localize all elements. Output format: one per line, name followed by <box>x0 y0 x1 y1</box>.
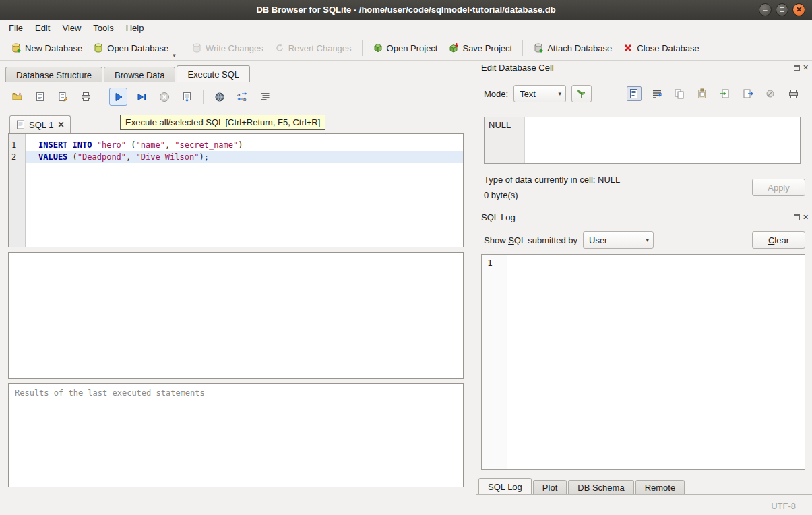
execute-tooltip: Execute all/selected SQL [Ctrl+Return, F… <box>120 115 325 130</box>
bottom-tab-bar: SQL Log Plot DB Schema Remote <box>478 478 686 495</box>
code-token-plain: ( <box>126 140 135 150</box>
tab-execute-sql[interactable]: Execute SQL <box>177 65 250 82</box>
tab-browse-data[interactable]: Browse Data <box>104 67 175 82</box>
write-changes-button[interactable]: Write Changes <box>186 40 269 56</box>
menubar: File Edit View Tools Help <box>0 21 812 36</box>
editor-code-area[interactable]: INSERT INTO "hero" ("name", "secret_name… <box>26 134 463 247</box>
close-panel-icon[interactable]: ✕ <box>803 64 809 71</box>
float-panel-icon[interactable] <box>794 65 800 71</box>
apply-button[interactable]: Apply <box>752 179 805 196</box>
log-filter-combobox[interactable]: User ▾ <box>583 231 654 249</box>
copy-cell-button[interactable] <box>673 86 687 101</box>
sql-editor[interactable]: 12 INSERT INTO "hero" ("name", "secret_n… <box>8 133 464 247</box>
save-sql-as-button[interactable] <box>54 88 72 106</box>
word-wrap-button[interactable] <box>650 86 664 101</box>
close-button[interactable]: ✕ <box>792 3 805 16</box>
code-token-keyword: VALUES <box>38 152 67 162</box>
menu-tools[interactable]: Tools <box>87 21 119 36</box>
revert-changes-button[interactable]: Revert Changes <box>269 40 357 56</box>
tab-db-schema[interactable]: DB Schema <box>568 480 633 495</box>
log-line-number-gutter: 1 <box>482 255 507 469</box>
main-tab-bar: Database Structure Browse Data Execute S… <box>5 65 251 82</box>
code-token-plain: , <box>126 152 135 162</box>
set-null-button[interactable] <box>763 86 778 101</box>
attach-database-icon <box>533 42 544 53</box>
auto-switch-mode-button[interactable] <box>571 85 592 102</box>
code-token-plain <box>92 140 96 150</box>
menu-edit[interactable]: Edit <box>29 21 56 36</box>
code-token-plain: ); <box>199 152 208 162</box>
open-database-dropdown-arrow[interactable]: ▾ <box>173 52 176 60</box>
print-sql-button[interactable] <box>77 88 95 106</box>
log-content-area[interactable] <box>507 255 805 469</box>
results-grid[interactable] <box>8 252 464 379</box>
maximize-icon <box>780 7 784 12</box>
tab-remote[interactable]: Remote <box>635 480 685 495</box>
save-results-icon <box>181 91 193 102</box>
code-line[interactable]: INSERT INTO "hero" ("name", "secret_name… <box>26 139 463 151</box>
main-toolbar: New Database Open Database ▾ Write Chang… <box>0 36 812 61</box>
menu-help-mnemonic: H <box>126 23 132 33</box>
tab-plot[interactable]: Plot <box>533 480 567 495</box>
new-database-button[interactable]: New Database <box>5 40 88 56</box>
format-sql-button[interactable] <box>256 88 274 106</box>
execute-line-button[interactable] <box>132 88 150 106</box>
sql-document-tab[interactable]: SQL 1 ✕ <box>9 115 71 133</box>
edit-cell-dock-controls: ✕ <box>794 64 809 71</box>
close-database-button[interactable]: Close Database <box>617 40 705 56</box>
cell-type-info: Type of data currently in cell: NULL <box>484 175 620 185</box>
titlebar[interactable]: DB Browser for SQLite - /home/user/code/… <box>0 0 812 20</box>
editor-line-number-gutter: 12 <box>9 134 26 247</box>
save-sql-file-button[interactable] <box>31 88 49 106</box>
menu-help[interactable]: Help <box>120 21 150 36</box>
open-sql-log-button[interactable] <box>210 88 228 106</box>
close-database-label: Close Database <box>637 43 699 53</box>
save-sql-as-icon <box>57 91 69 102</box>
toolbar-separator <box>181 40 181 56</box>
close-panel-icon[interactable]: ✕ <box>803 214 809 221</box>
code-line[interactable]: VALUES ("Deadpond", "Dive Wilson"); <box>26 151 463 163</box>
revert-changes-label: Revert Changes <box>288 43 352 53</box>
paste-cell-button[interactable] <box>695 86 710 101</box>
open-project-button[interactable]: Open Project <box>367 40 443 56</box>
cell-value-text: NULL <box>489 120 511 130</box>
text-view-button[interactable] <box>627 86 642 101</box>
float-panel-icon[interactable] <box>794 214 800 220</box>
svg-text:b: b <box>243 96 247 102</box>
menu-view-mnemonic: V <box>62 23 67 33</box>
sql-log-view[interactable]: 1 <box>481 254 805 470</box>
sql-tab-close-icon[interactable]: ✕ <box>57 120 64 129</box>
maximize-button[interactable] <box>776 3 788 16</box>
tab-database-structure[interactable]: Database Structure <box>5 67 102 82</box>
mode-combobox[interactable]: Text ▾ <box>513 85 566 102</box>
execute-all-button[interactable] <box>109 88 127 106</box>
toolbar-separator <box>362 40 363 56</box>
find-replace-button[interactable]: ab <box>233 88 251 106</box>
export-cell-data-button[interactable] <box>741 86 755 101</box>
attach-database-button[interactable]: Attach Database <box>528 40 617 56</box>
cell-value-editor[interactable]: NULL <box>484 117 801 164</box>
cell-edit-area[interactable] <box>525 117 800 163</box>
mode-value: Text <box>520 89 551 99</box>
stop-execution-button[interactable] <box>155 88 173 106</box>
menu-file[interactable]: File <box>3 21 29 36</box>
open-sql-file-button[interactable] <box>8 88 26 106</box>
tab-sql-log[interactable]: SQL Log <box>478 478 532 495</box>
open-database-button[interactable]: Open Database <box>88 40 174 56</box>
minimize-button[interactable]: – <box>759 3 772 16</box>
code-token-string: "secret_name" <box>175 140 238 150</box>
print-cell-button[interactable] <box>786 86 801 101</box>
toolbar-separator <box>522 40 523 56</box>
clear-log-button[interactable]: Clear <box>752 231 805 249</box>
open-database-label: Open Database <box>107 43 168 53</box>
messages-pane[interactable]: Results of the last executed statements <box>8 383 464 487</box>
encoding-indicator[interactable]: UTF-8 <box>771 501 796 511</box>
globe-icon <box>214 92 225 102</box>
bottom-tab-pane-border <box>476 494 812 495</box>
revert-changes-icon <box>274 42 285 53</box>
menu-view[interactable]: View <box>56 21 87 36</box>
import-cell-data-button[interactable] <box>718 86 732 101</box>
code-token-string: "Dive Wilson" <box>136 152 199 162</box>
save-results-button[interactable] <box>178 88 196 106</box>
save-project-button[interactable]: Save Project <box>443 40 518 56</box>
